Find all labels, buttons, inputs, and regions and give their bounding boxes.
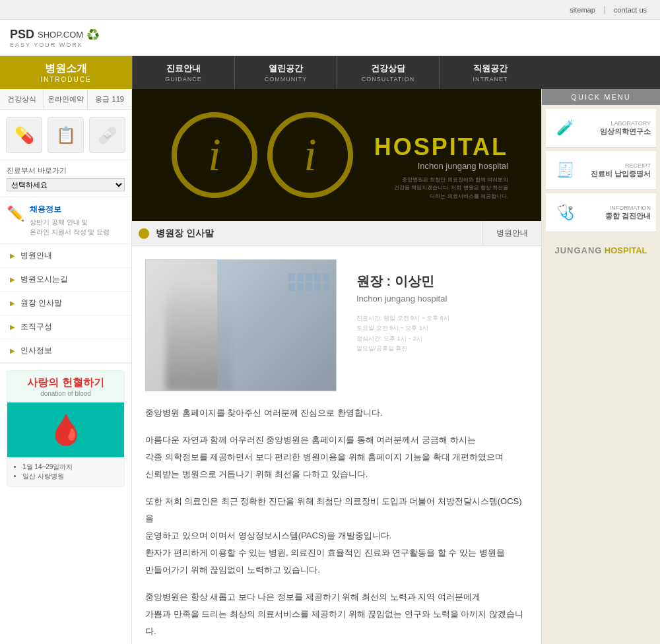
nav-guidance-kr: 진료안내 — [166, 63, 201, 75]
logo-sub: EASY YOUR WORK — [10, 42, 132, 48]
arrow-icon-3: ▶ — [10, 323, 15, 331]
sub-nav-tab-1[interactable]: 병원안내 — [482, 221, 541, 245]
hospital-name: HOSPITAL — [374, 133, 508, 161]
arrow-icon-0: ▶ — [10, 252, 15, 259]
shortcut-health[interactable]: 건강상식 — [0, 89, 44, 110]
hero-banner: i i HOSPITAL Inchon jungang hospital 중앙병… — [132, 89, 541, 221]
director-details: 진료시간: 평일 오전 9시 ~ 오후 6시 토요일 오전 9시 ~ 오후 1시… — [356, 313, 449, 354]
quick-menu-title: QUICK MENU — [542, 89, 660, 105]
shortcuts-bar: 건강상식 온라인예약 응급 119 — [0, 89, 131, 110]
nav-item-community[interactable]: 열린공간 COMMUNITY — [234, 56, 337, 89]
quick-item-lab[interactable]: 🧪 LABORATORY 임상의학연구소 — [546, 109, 656, 148]
pencil-icon: ✏️ — [7, 205, 24, 222]
hero-i-2: i — [304, 129, 316, 181]
dept-select[interactable]: 선택하세요 — [7, 178, 125, 191]
nav-intranet-en: INTRANET — [473, 76, 508, 82]
sidebar-item-director[interactable]: ▶ 원장 인사말 — [0, 292, 131, 315]
hero-circles: i i — [172, 112, 353, 198]
quick-item-receipt[interactable]: 🧾 RECEIPT 진료비 납입증명서 — [546, 151, 656, 190]
icon-btn-first-aid[interactable]: 🩹 — [89, 117, 125, 153]
para-0: 중앙병원 홈페이지를 찾아주신 여러분께 진심으로 환영합니다. — [145, 404, 528, 422]
nav-item-guidance[interactable]: 진료안내 GUIDANCE — [132, 56, 234, 89]
nav-active-en: INTRODUCE — [40, 76, 91, 83]
hire-title[interactable]: 채용정보 — [30, 204, 110, 215]
shortcut-emergency[interactable]: 응급 119 — [88, 89, 131, 110]
hero-circle-2: i — [267, 112, 353, 198]
hospital-sub: Inchon jungang hospital — [374, 161, 508, 171]
sub-nav-bar: 병원장 인사말 병원안내 — [132, 221, 541, 246]
info-label: INFORMATION 종합 검진안내 — [584, 205, 651, 221]
sidebar-item-hr[interactable]: ▶ 인사정보 — [0, 339, 131, 363]
header: PSD SHOP.COM ♻️ EASY YOUR WORK — [0, 20, 660, 56]
lab-label: LABORATORY 임상의학연구소 — [584, 120, 651, 137]
nav-consultation-en: CONSULTATION — [362, 76, 415, 82]
sub-nav-title: 병원장 인사말 — [156, 228, 482, 240]
blood-donation-banner[interactable]: 사랑의 헌혈하기 donation of blood 🩸 1월 14~29일까지… — [7, 370, 125, 487]
para-1: 아름다운 자연과 함께 어우러진 중앙병원은 홈페이지를 통해 여러분께서 궁금… — [145, 432, 528, 483]
right-panel: QUICK MENU 🧪 LABORATORY 임상의학연구소 🧾 RECEIP… — [541, 89, 660, 644]
banner-top: 사랑의 헌혈하기 donation of blood — [7, 371, 124, 402]
director-section: 원장 : 이상민 Inchon jungang hospital 진료시간: 평… — [145, 259, 528, 391]
info-en: INFORMATION — [584, 205, 651, 211]
receipt-kr: 진료비 납입증명서 — [584, 169, 651, 179]
arrow-icon-4: ▶ — [10, 347, 15, 354]
jungang-hosp: HOSPITAL — [605, 245, 647, 255]
para-2: 또한 저희 의료인은 최근 정확한 진단을 위해 최첨단 의료장비 도입과 더불… — [145, 493, 528, 579]
lab-kr: 임상의학연구소 — [584, 127, 651, 137]
nav-active-item[interactable]: 병원소개 INTRODUCE — [0, 56, 132, 89]
lab-en: LABORATORY — [584, 120, 651, 127]
hero-i-1: i — [208, 129, 220, 181]
sidebar: 건강상식 온라인예약 응급 119 💊 📋 🩹 진료부서 바로가기 선택하세요 … — [0, 89, 132, 644]
nav-community-kr: 열린공간 — [269, 63, 303, 75]
page-content: 원장 : 이상민 Inchon jungang hospital 진료시간: 평… — [132, 246, 541, 644]
body-text: 중앙병원 홈페이지를 찾아주신 여러분께 진심으로 환영합니다. 아름다운 자연… — [145, 404, 528, 644]
building-windows — [288, 273, 329, 291]
director-info: 원장 : 이상민 Inchon jungang hospital 진료시간: 평… — [337, 259, 449, 391]
banner-list-item-0: 1월 14~29일까지 — [22, 463, 119, 472]
arrow-icon-1: ▶ — [10, 276, 15, 283]
nav-items: 진료안내 GUIDANCE 열린공간 COMMUNITY 건강상담 CONSUL… — [132, 56, 541, 89]
sidebar-item-org[interactable]: ▶ 조직구성 — [0, 315, 131, 339]
receipt-en: RECEIPT — [584, 162, 651, 169]
banner-title: 사랑의 헌혈하기 — [13, 376, 119, 390]
jungang-name: JUNGANG — [554, 245, 602, 255]
icon-btn-health[interactable]: 📋 — [48, 117, 84, 153]
contact-link[interactable]: contact us — [614, 6, 647, 14]
hire-info-area: ✏️ 채용정보 상반기 공채 안내 및온라인 지원서 작성 및 요령 — [0, 197, 131, 244]
nav-item-consultation[interactable]: 건강상담 CONSULTATION — [337, 56, 439, 89]
icon-btn-medicine[interactable]: 💊 — [6, 117, 42, 153]
quick-item-info[interactable]: 🩺 INFORMATION 종합 검진안내 — [546, 193, 656, 232]
receipt-label: RECEIPT 진료비 납입증명서 — [584, 162, 651, 179]
content-wrapper: 건강상식 온라인예약 응급 119 💊 📋 🩹 진료부서 바로가기 선택하세요 … — [0, 89, 660, 644]
banner-content: 🩸 — [7, 402, 124, 457]
sidebar-item-directions[interactable]: ▶ 병원오시는길 — [0, 268, 131, 292]
logo-shop: SHOP.COM — [38, 30, 83, 40]
para-3: 중앙병원은 항상 새롭고 보다 나은 정보를 제공하기 위해 최선의 노력과 지… — [145, 589, 528, 640]
banner-sub: donation of blood — [13, 390, 119, 397]
main-area: i i HOSPITAL Inchon jungang hospital 중앙병… — [132, 89, 541, 644]
shortcut-reserve[interactable]: 온라인예약 — [44, 89, 88, 110]
arrow-icon-2: ▶ — [10, 300, 15, 307]
recycle-icon: ♻️ — [86, 28, 100, 41]
nav-active-kr: 병원소개 — [45, 62, 87, 76]
hero-circle-1: i — [172, 112, 257, 198]
nav-guidance-en: GUIDANCE — [165, 76, 202, 82]
receipt-icon: 🧾 — [551, 158, 579, 183]
hire-desc: 상반기 공채 안내 및온라인 지원서 작성 및 요령 — [30, 217, 110, 237]
director-title: 원장 : 이상민 — [356, 273, 449, 290]
director-photo — [145, 259, 337, 391]
dept-selector-area: 진료부서 바로가기 선택하세요 — [0, 160, 131, 197]
banner-bottom: 1월 14~29일까지 일산 사랑병원 — [7, 457, 124, 486]
dept-label: 진료부서 바로가기 — [7, 166, 125, 176]
hospital-desc: 중앙병원은 최첨단 의료장비와 함께 여러분의건강을 책임지겠습니다. 저희 병… — [374, 176, 508, 201]
icon-buttons: 💊 📋 🩹 — [0, 110, 131, 160]
sub-nav-indicator — [139, 228, 149, 239]
nav-consultation-kr: 건강상담 — [371, 63, 405, 75]
nav-item-intranet[interactable]: 직원공간 INTRANET — [439, 56, 541, 89]
sitemap-link[interactable]: sitemap — [570, 6, 595, 14]
sidebar-item-hospital-info[interactable]: ▶ 병원안내 — [0, 244, 131, 268]
jungang-logo: JUNGANG HOSPITAL — [542, 232, 660, 262]
lab-icon: 🧪 — [551, 115, 579, 141]
nav-right-spacer — [541, 56, 660, 89]
director-hospital: Inchon jungang hospital — [356, 294, 449, 304]
